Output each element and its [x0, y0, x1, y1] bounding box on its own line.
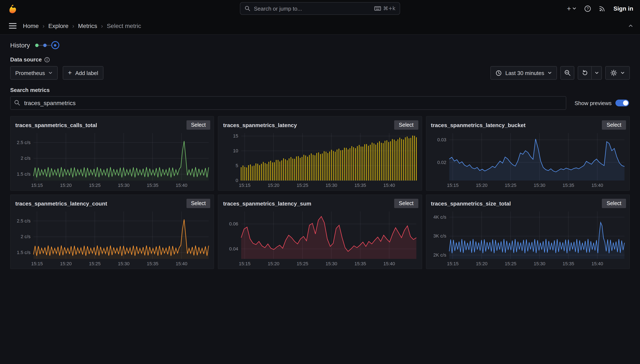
- history-step-dot[interactable]: [43, 44, 46, 47]
- breadcrumb-metrics[interactable]: Metrics: [78, 22, 97, 29]
- svg-text:15:40: 15:40: [384, 183, 395, 188]
- panel-title: traces_spanmetrics_latency: [223, 122, 297, 128]
- svg-text:15:25: 15:25: [504, 183, 516, 188]
- shortcut-label: ⌘+k: [383, 6, 396, 12]
- info-icon[interactable]: [44, 56, 50, 62]
- svg-text:15:30: 15:30: [118, 183, 130, 188]
- svg-text:15:20: 15:20: [60, 183, 72, 188]
- svg-text:15:25: 15:25: [89, 261, 101, 266]
- svg-text:15:15: 15:15: [31, 261, 43, 266]
- metric-panel: traces_spanmetrics_size_total Select 4K …: [426, 194, 630, 269]
- svg-text:0.03: 0.03: [437, 137, 446, 142]
- help-icon: ?: [584, 5, 592, 12]
- chevron-up-icon[interactable]: [628, 23, 633, 28]
- svg-text:15:40: 15:40: [384, 261, 395, 266]
- plus-icon: +: [68, 70, 72, 76]
- svg-text:15: 15: [233, 133, 238, 138]
- metric-panel: traces_spanmetrics_latency_sum Select 0.…: [218, 194, 422, 269]
- svg-text:15:35: 15:35: [562, 183, 574, 188]
- search-icon: [14, 100, 20, 106]
- menu-icon[interactable]: [7, 20, 19, 31]
- grafana-logo[interactable]: [7, 3, 18, 14]
- svg-text:15:25: 15:25: [504, 261, 516, 266]
- show-previews-toggle[interactable]: [616, 100, 629, 106]
- history-label: History: [10, 42, 30, 49]
- svg-text:15:30: 15:30: [118, 261, 130, 266]
- select-button[interactable]: Select: [394, 199, 418, 208]
- metric-panel: traces_spanmetrics_latency Select 151050…: [218, 116, 422, 191]
- svg-text:1.5 c/s: 1.5 c/s: [17, 250, 30, 255]
- add-label-text: Add label: [75, 70, 98, 76]
- svg-text:15:35: 15:35: [147, 183, 158, 188]
- chevron-down-icon: [48, 71, 52, 75]
- search-metrics-label: Search metrics: [10, 87, 50, 93]
- chevron-down-icon: [548, 71, 552, 75]
- svg-text:15:35: 15:35: [354, 261, 366, 266]
- rss-icon: [599, 5, 606, 12]
- svg-text:15:30: 15:30: [534, 183, 545, 188]
- svg-text:15:20: 15:20: [60, 261, 72, 266]
- svg-text:15:20: 15:20: [476, 261, 488, 266]
- svg-text:15:15: 15:15: [447, 261, 458, 266]
- history-step-dot[interactable]: [35, 44, 38, 47]
- breadcrumb-explore[interactable]: Explore: [48, 22, 68, 29]
- svg-text:15:35: 15:35: [354, 183, 366, 188]
- select-button[interactable]: Select: [602, 199, 626, 208]
- sign-in-link[interactable]: Sign in: [614, 5, 633, 12]
- svg-text:15:15: 15:15: [447, 183, 458, 188]
- metric-preview-chart: 0.030.0215:1515:2015:2515:3015:3515:40: [430, 130, 626, 188]
- metric-preview-chart: 4K c/s3K c/s2K c/s15:1515:2015:2515:3015…: [430, 209, 626, 266]
- chevron-down-icon: [594, 71, 599, 75]
- breadcrumb-separator: ›: [72, 22, 74, 29]
- time-range-label: Last 30 minutes: [505, 70, 544, 76]
- svg-text:2 c/s: 2 c/s: [21, 156, 30, 161]
- breadcrumb: Home › Explore › Metrics › Select metric: [23, 22, 141, 29]
- settings-button[interactable]: [605, 66, 630, 80]
- refresh-button[interactable]: [578, 66, 592, 80]
- select-button[interactable]: Select: [394, 120, 418, 130]
- top-search-button[interactable]: Search or jump to... ⌘+k: [240, 2, 400, 15]
- show-previews-label: Show previews: [574, 100, 612, 106]
- top-navigation-bar: Search or jump to... ⌘+k +: [0, 0, 640, 17]
- zoom-out-icon: [564, 70, 571, 76]
- svg-text:15:20: 15:20: [476, 183, 488, 188]
- zoom-out-button[interactable]: [560, 66, 574, 80]
- news-button[interactable]: [599, 5, 606, 12]
- svg-text:2 c/s: 2 c/s: [21, 234, 30, 239]
- select-button[interactable]: Select: [186, 120, 210, 130]
- svg-text:15:20: 15:20: [268, 261, 280, 266]
- history-step-connector: [46, 45, 51, 46]
- refresh-interval-dropdown[interactable]: [592, 66, 602, 80]
- chevron-down-icon: [620, 71, 625, 75]
- svg-text:5: 5: [236, 163, 238, 168]
- svg-text:15:30: 15:30: [326, 183, 338, 188]
- svg-text:?: ?: [587, 6, 589, 10]
- select-button[interactable]: Select: [186, 199, 210, 208]
- svg-text:15:20: 15:20: [268, 183, 280, 188]
- svg-text:0: 0: [236, 178, 238, 183]
- new-menu-button[interactable]: +: [567, 5, 577, 12]
- datasource-label: Data source: [10, 56, 42, 63]
- metrics-search-input[interactable]: [10, 96, 566, 110]
- svg-text:15:35: 15:35: [562, 261, 574, 266]
- help-button[interactable]: ?: [584, 5, 592, 12]
- metric-panel: traces_spanmetrics_latency_bucket Select…: [426, 116, 630, 191]
- select-button[interactable]: Select: [602, 120, 626, 130]
- datasource-select[interactable]: Prometheus: [10, 66, 58, 80]
- datasource-value: Prometheus: [15, 70, 45, 76]
- metric-panel: traces_spanmetrics_calls_total Select 2.…: [10, 116, 214, 191]
- panel-title: traces_spanmetrics_latency_bucket: [431, 122, 526, 128]
- plus-icon: +: [567, 5, 571, 12]
- time-range-button[interactable]: Last 30 minutes: [490, 66, 557, 80]
- breadcrumb-home[interactable]: Home: [23, 22, 39, 29]
- svg-text:2K c/s: 2K c/s: [433, 252, 446, 258]
- history-current-step[interactable]: [51, 41, 59, 49]
- chevron-down-icon: [572, 6, 577, 10]
- metric-preview-chart: 2.5 c/s2 c/s1.5 c/s15:1515:2015:2515:301…: [14, 130, 210, 188]
- history-stepper: [35, 41, 59, 49]
- refresh-icon: [581, 70, 588, 76]
- add-label-button[interactable]: + Add label: [63, 66, 103, 80]
- keyboard-icon: [374, 6, 381, 11]
- svg-text:15:40: 15:40: [176, 261, 187, 266]
- gear-icon: [610, 70, 617, 76]
